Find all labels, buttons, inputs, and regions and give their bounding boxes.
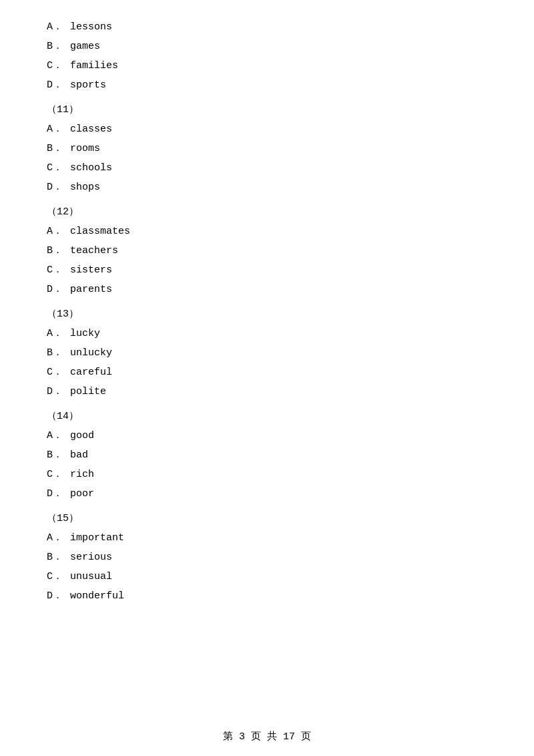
option-label: B． [47,39,70,52]
option-12-c: C． sisters [47,263,487,276]
option-14-b: B． bad [47,448,487,461]
option-15-c: C． unusual [47,570,487,582]
option-0-d: D． sports [47,78,487,91]
option-text: teachers [70,245,118,256]
option-text: good [70,430,94,441]
question-number-12: （12） [47,205,487,218]
option-text: sports [70,79,106,91]
option-label: D． [47,180,70,193]
option-label: B． [47,346,70,359]
question-number-14: （14） [47,409,487,422]
option-text: unlucky [70,347,112,359]
question-number-13: （13） [47,307,487,320]
option-15-b: B． serious [47,550,487,563]
option-label: D． [47,487,70,500]
option-14-d: D． poor [47,487,487,500]
option-text: bad [70,449,88,461]
question-group-12: （12） A． classmates B． teachers C． sister… [47,205,487,295]
option-label: D． [47,282,70,295]
main-content: A． lessons B． games C． families D． sport… [0,0,534,648]
question-number-15: （15） [47,512,487,524]
option-label: A． [47,429,70,441]
option-12-d: D． parents [47,282,487,295]
question-group-0: A． lessons B． games C． families D． sport… [47,20,487,91]
option-text: careful [70,367,112,378]
option-label: C． [47,365,70,378]
option-label: A． [47,224,70,237]
option-text: important [70,532,124,544]
option-label: A． [47,20,70,33]
option-text: poor [70,488,94,500]
option-14-a: A． good [47,429,487,441]
option-13-d: D． polite [47,385,487,397]
option-0-c: C． families [47,59,487,71]
option-text: classmates [70,226,130,237]
option-text: families [70,60,118,71]
option-label: C． [47,263,70,276]
option-text: lucky [70,328,100,339]
question-number-11: （11） [47,103,487,116]
option-label: D． [47,78,70,91]
option-label: B． [47,244,70,256]
question-group-13: （13） A． lucky B． unlucky C． careful D． p… [47,307,487,397]
option-0-b: B． games [47,39,487,52]
option-15-d: D． wonderful [47,589,487,602]
page-footer: 第 3 页 共 17 页 [0,730,534,743]
option-11-c: C． schools [47,161,487,174]
question-group-14: （14） A． good B． bad C． rich D． poor [47,409,487,500]
option-label: D． [47,385,70,397]
option-label: A． [47,531,70,544]
option-13-a: A． lucky [47,327,487,339]
option-11-a: A． classes [47,122,487,135]
option-11-b: B． rooms [47,142,487,154]
option-text: rich [70,469,94,480]
option-text: polite [70,386,106,397]
option-text: shops [70,182,100,193]
option-12-b: B． teachers [47,244,487,256]
option-12-a: A． classmates [47,224,487,237]
option-text: unusual [70,571,112,582]
option-label: B． [47,550,70,563]
option-text: rooms [70,143,100,154]
option-label: A． [47,327,70,339]
option-label: D． [47,589,70,602]
option-0-a: A． lessons [47,20,487,33]
option-label: C． [47,161,70,174]
option-text: wonderful [70,590,124,602]
question-group-11: （11） A． classes B． rooms C． schools D． s… [47,103,487,193]
option-13-c: C． careful [47,365,487,378]
option-11-d: D． shops [47,180,487,193]
option-text: sisters [70,264,112,276]
page-number-text: 第 3 页 共 17 页 [223,731,311,743]
option-text: schools [70,162,112,174]
option-15-a: A． important [47,531,487,544]
option-text: parents [70,284,112,295]
option-text: lessons [70,21,112,33]
option-label: A． [47,122,70,135]
option-text: classes [70,124,112,135]
option-label: B． [47,142,70,154]
option-text: serious [70,552,112,563]
option-label: B． [47,448,70,461]
option-label: C． [47,467,70,480]
option-label: C． [47,570,70,582]
option-label: C． [47,59,70,71]
option-13-b: B． unlucky [47,346,487,359]
question-group-15: （15） A． important B． serious C． unusual … [47,512,487,602]
option-text: games [70,41,100,52]
option-14-c: C． rich [47,467,487,480]
